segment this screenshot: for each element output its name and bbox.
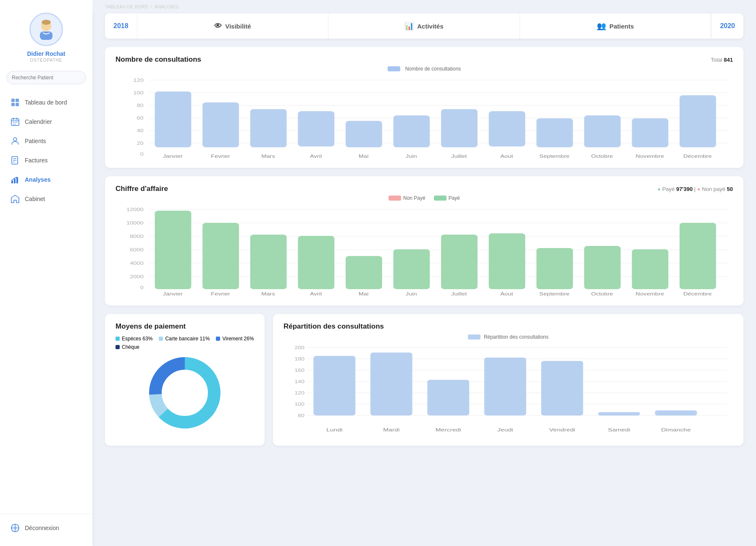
svg-point-17	[13, 138, 17, 141]
svg-rect-24	[16, 177, 18, 183]
svg-text:Aout: Aout	[500, 291, 513, 297]
svg-text:Juin: Juin	[406, 291, 417, 297]
svg-point-12	[13, 122, 14, 123]
svg-text:40: 40	[136, 128, 143, 133]
svg-text:12000: 12000	[126, 207, 144, 212]
tab-year-left[interactable]: 2018	[105, 13, 137, 39]
tab-patients[interactable]: 👥 Patients	[520, 13, 711, 39]
svg-rect-5	[16, 99, 19, 102]
sidebar-item-tableau-de-bord[interactable]: Tableau de bord	[0, 93, 92, 112]
svg-rect-6	[11, 103, 15, 106]
repartition-legend-label: Répartition des consultations	[484, 334, 549, 340]
svg-rect-4	[11, 99, 15, 102]
svg-text:Dimanche: Dimanche	[661, 427, 691, 432]
chiffre-nonpaye-legend: Non Payé	[403, 195, 425, 201]
svg-text:Juillet: Juillet	[451, 154, 467, 159]
svg-rect-78	[155, 211, 192, 289]
svg-text:Jeudi: Jeudi	[497, 427, 513, 432]
svg-rect-88	[394, 249, 430, 289]
svg-text:Lundi: Lundi	[326, 427, 342, 432]
svg-point-16	[15, 124, 16, 125]
user-role: OSTÉOPATHE	[30, 58, 63, 63]
svg-text:10000: 10000	[126, 220, 144, 226]
chiffre-meta: ● Payé 97'390 | ● Non payé 50	[657, 186, 733, 192]
svg-text:Aout: Aout	[500, 154, 513, 159]
main-nav: Tableau de bord Calendrier Pati	[0, 93, 92, 209]
breadcrumb-parent: TABLEAU DE BORD	[105, 4, 148, 9]
payment-legend: Espèces 63% Carte bancaire 11% Virement …	[116, 336, 254, 350]
svg-rect-120	[313, 356, 355, 415]
repartition-svg-wrap: 200 180 160 140 120 100 80 Lundi Mardi	[284, 343, 733, 437]
chiffre-title: Chiffre d'affaire	[116, 185, 168, 193]
sidebar-item-deconnexion[interactable]: Déconnexion	[0, 518, 92, 538]
consultations-title: Nombre de consultations	[116, 55, 201, 64]
svg-text:0: 0	[140, 285, 144, 290]
sidebar-item-patients[interactable]: Patients	[0, 131, 92, 151]
repartition-card: Répartition des consultations Répartitio…	[273, 314, 743, 446]
sidebar-label-patients: Patients	[25, 138, 46, 144]
sidebar-item-calendrier[interactable]: Calendrier	[0, 112, 92, 131]
svg-rect-80	[202, 223, 239, 289]
consultations-svg-wrap: 120 100 80 60 40 20 0 Janvier Fevrier	[116, 76, 733, 162]
svg-point-15	[13, 124, 14, 125]
payment-title: Moyens de paiement	[116, 322, 254, 331]
svg-text:Janvier: Janvier	[163, 154, 183, 159]
svg-text:Décembre: Décembre	[683, 291, 712, 297]
svg-text:Octobre: Octobre	[591, 291, 613, 297]
svg-rect-55	[489, 111, 525, 146]
svg-rect-53	[441, 109, 478, 147]
tab-visibilite-label: Visibilité	[225, 23, 251, 30]
sidebar-label-calendrier: Calendrier	[25, 118, 52, 125]
svg-text:Mars: Mars	[261, 154, 275, 159]
donut-chart-wrap	[116, 355, 254, 431]
tab-patients-label: Patients	[609, 23, 634, 30]
svg-rect-1	[40, 31, 52, 40]
tab-activites-label: Activités	[417, 23, 444, 30]
consultations-total: Total 841	[711, 57, 733, 63]
cheque-dot	[116, 345, 120, 349]
virement-dot	[216, 337, 220, 341]
sidebar-item-factures[interactable]: Factures	[0, 151, 92, 170]
svg-rect-98	[632, 249, 668, 289]
svg-text:Décembre: Décembre	[683, 154, 712, 159]
svg-rect-59	[584, 115, 621, 147]
svg-text:Mercredi: Mercredi	[436, 427, 461, 432]
svg-rect-128	[541, 361, 583, 415]
svg-text:6000: 6000	[130, 247, 144, 253]
search-input[interactable]	[6, 71, 86, 84]
svg-rect-94	[536, 248, 573, 289]
sidebar-item-analyses[interactable]: Analyses	[0, 170, 92, 189]
bottom-row: Moyens de paiement Espèces 63% Carte ban…	[105, 314, 743, 446]
sidebar-label-cabinet: Cabinet	[25, 196, 45, 202]
tab-activites[interactable]: 📊 Activités	[328, 13, 520, 39]
svg-text:Vendredi: Vendredi	[549, 427, 575, 432]
svg-text:120: 120	[294, 391, 304, 395]
svg-rect-57	[536, 118, 573, 147]
svg-rect-122	[370, 353, 412, 415]
especes-label: Espèces 63%	[122, 336, 152, 342]
svg-text:200: 200	[294, 345, 304, 350]
tab-year-right[interactable]: 2020	[711, 13, 743, 39]
svg-rect-92	[489, 233, 525, 289]
payment-card: Moyens de paiement Espèces 63% Carte ban…	[105, 314, 265, 446]
main-content: TABLEAU DE BORD / ANALYSES 2018 👁 Visibi…	[92, 0, 756, 546]
sidebar-item-cabinet[interactable]: Cabinet	[0, 189, 92, 209]
svg-text:Fevrier: Fevrier	[211, 154, 230, 159]
user-name: Didier Rochat	[27, 50, 65, 57]
svg-text:0: 0	[140, 152, 144, 157]
svg-text:Novembre: Novembre	[635, 291, 664, 297]
chiffre-chart-card: Chiffre d'affaire ● Payé 97'390 | ● Non …	[105, 176, 743, 306]
tab-visibilite[interactable]: 👁 Visibilité	[137, 13, 329, 39]
svg-text:Septembre: Septembre	[539, 154, 570, 159]
chiffre-nonpaye-value: 50	[727, 186, 733, 192]
svg-text:Mai: Mai	[359, 154, 369, 159]
consultations-legend-label: Nombre de consultations	[405, 66, 461, 72]
svg-text:140: 140	[294, 379, 304, 384]
svg-rect-100	[680, 223, 716, 289]
svg-rect-132	[655, 410, 697, 415]
repartition-title: Répartition des consultations	[284, 322, 733, 331]
svg-rect-90	[441, 235, 478, 289]
svg-text:100: 100	[133, 90, 144, 96]
nav-bottom: Déconnexion	[0, 514, 92, 538]
svg-text:80: 80	[298, 413, 304, 418]
